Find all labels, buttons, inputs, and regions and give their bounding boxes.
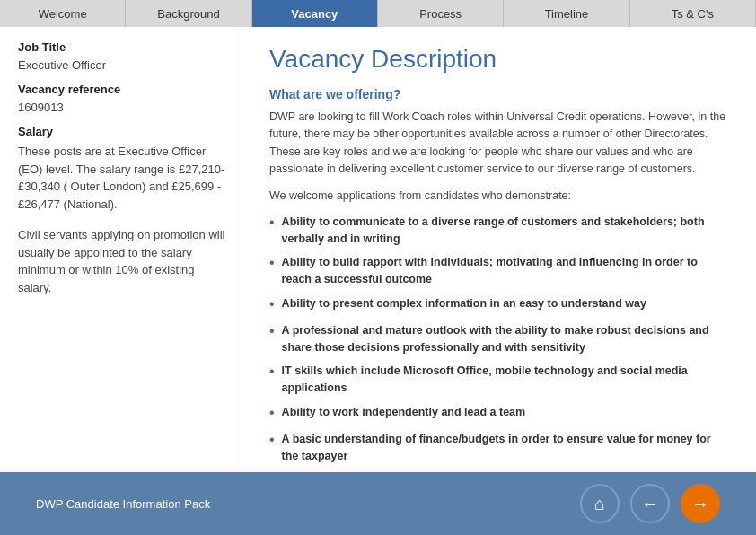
tab-timeline[interactable]: Timeline (504, 0, 629, 27)
content-area: Vacancy Description What are we offering… (242, 27, 756, 472)
back-button[interactable]: ← (630, 484, 670, 523)
list-item: Ability to build rapport with individual… (269, 254, 729, 288)
bullet-text-0: Ability to communicate to a diverse rang… (282, 214, 729, 248)
salary-body: These posts are at Executive Officer (EO… (18, 143, 228, 213)
list-item: A basic understanding of finance/budgets… (269, 431, 729, 465)
tab-ts-cs[interactable]: Ts & C's (630, 0, 756, 27)
list-item: Ability to communicate to a diverse rang… (269, 214, 729, 248)
bullet-text-6: A basic understanding of finance/budgets… (282, 431, 729, 465)
home-button[interactable]: ⌂ (580, 484, 620, 523)
list-item: A professional and mature outlook with t… (269, 322, 729, 356)
tab-process[interactable]: Process (378, 0, 504, 27)
page-title: Vacancy Description (269, 45, 729, 74)
footer-buttons: ⌂ ← → (580, 484, 720, 523)
bullet-text-4: IT skills which include Microsoft Office… (282, 363, 729, 397)
bullet-text-1: Ability to build rapport with individual… (282, 254, 729, 288)
tab-welcome[interactable]: Welcome (0, 0, 126, 27)
vacancy-ref-value: 1609013 (18, 101, 228, 114)
vacancy-ref-label: Vacancy reference (18, 83, 228, 96)
bullet-text-3: A professional and mature outlook with t… (282, 322, 729, 356)
tab-vacancy[interactable]: Vacancy (252, 0, 378, 27)
civil-servants-note: Civil servants applying on promotion wil… (18, 226, 228, 296)
salary-label: Salary (18, 125, 228, 138)
what-offering-heading: What are we offering? (269, 87, 729, 101)
list-item: Ability to work independently and lead a… (269, 404, 729, 424)
tab-background[interactable]: Background (126, 0, 251, 27)
intro-paragraph2: We welcome applications from candidates … (269, 188, 729, 205)
list-item: IT skills which include Microsoft Office… (269, 363, 729, 397)
job-title-value: Executive Officer (18, 58, 228, 72)
job-title-label: Job Title (18, 40, 228, 54)
list-item: Ability to present complex information i… (269, 295, 729, 315)
next-button[interactable]: → (681, 484, 720, 523)
footer: DWP Candidate Information Pack ⌂ ← → (0, 472, 756, 535)
bullet-text-2: Ability to present complex information i… (282, 295, 646, 312)
bullet-text-5: Ability to work independently and lead a… (282, 404, 526, 421)
top-navigation: Welcome Background Vacancy Process Timel… (0, 0, 756, 27)
intro-paragraph1: DWP are looking to fill Work Coach roles… (269, 109, 729, 179)
sidebar: Job Title Executive Officer Vacancy refe… (0, 27, 242, 472)
main-content: Job Title Executive Officer Vacancy refe… (0, 27, 756, 472)
skills-list: Ability to communicate to a diverse rang… (269, 214, 729, 465)
footer-text: DWP Candidate Information Pack (36, 497, 210, 511)
